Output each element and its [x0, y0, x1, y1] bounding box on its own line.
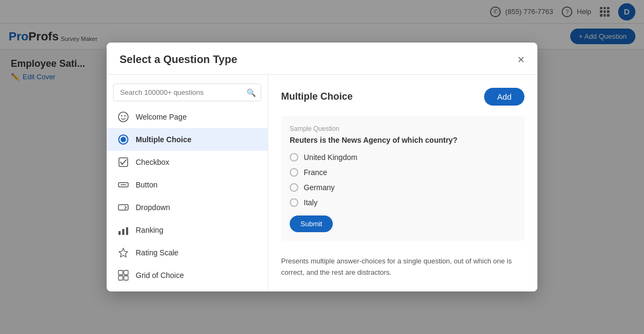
welcome-icon: [117, 111, 129, 123]
svg-point-1: [121, 115, 122, 116]
svg-rect-14: [124, 270, 128, 275]
preview-description: Presents multiple answer-choices for a s…: [281, 256, 524, 279]
question-type-ranking[interactable]: Ranking: [107, 219, 268, 241]
sample-question-text: Reuters is the News Agency of which coun…: [290, 136, 516, 144]
answer-options: United Kingdom France Germany Italy: [290, 153, 516, 207]
dropdown-label: Dropdown: [136, 203, 170, 212]
modal-header: Select a Question Type ×: [107, 43, 537, 75]
radio-2: [290, 168, 298, 177]
grid-of-choice-label: Grid of Choice: [136, 271, 184, 280]
radio-1: [290, 153, 298, 162]
sample-submit-button[interactable]: Submit: [290, 215, 333, 232]
close-button[interactable]: ×: [517, 54, 524, 66]
checkbox-label: Checkbox: [136, 158, 169, 166]
grid-of-choice-icon: [117, 269, 129, 281]
option-1: United Kingdom: [290, 153, 516, 162]
option-4: Italy: [290, 198, 516, 207]
svg-marker-12: [119, 248, 128, 257]
button-label: Button: [136, 180, 157, 189]
search-icon: 🔍: [247, 88, 256, 97]
svg-rect-16: [124, 276, 128, 280]
option-4-label: Italy: [304, 198, 318, 207]
checkbox-icon: [117, 156, 129, 168]
search-box: 🔍: [113, 84, 261, 101]
multiple-choice-label: Multiple Choice: [136, 135, 191, 144]
svg-rect-15: [118, 276, 123, 280]
option-2-label: France: [304, 168, 327, 177]
welcome-label: Welcome Page: [136, 113, 187, 121]
question-type-modal: Select a Question Type × 🔍: [107, 43, 537, 291]
rating-scale-icon: [117, 247, 129, 259]
question-type-list: 🔍 Welcome Page: [107, 75, 268, 291]
modal-title: Select a Question Type: [120, 53, 237, 66]
modal-overlay: Select a Question Type × 🔍: [0, 0, 644, 334]
preview-title: Multiple Choice: [281, 91, 353, 102]
option-1-label: United Kingdom: [304, 153, 358, 162]
dropdown-icon: [117, 201, 129, 213]
sample-question-area: Sample Question Reuters is the News Agen…: [281, 116, 524, 241]
option-3: Germany: [290, 183, 516, 192]
search-input[interactable]: [113, 84, 261, 101]
question-type-dropdown[interactable]: Dropdown: [107, 196, 268, 219]
svg-rect-10: [122, 229, 124, 235]
modal-body: 🔍 Welcome Page: [107, 75, 537, 291]
sample-label: Sample Question: [290, 125, 516, 133]
question-type-checkbox[interactable]: Checkbox: [107, 151, 268, 173]
question-type-multiple-choice[interactable]: Multiple Choice: [107, 128, 268, 151]
svg-rect-11: [126, 227, 128, 235]
svg-rect-13: [118, 270, 123, 275]
button-icon: [117, 179, 129, 191]
ranking-icon: [117, 224, 129, 236]
option-3-label: Germany: [304, 183, 335, 192]
question-type-rating-scale[interactable]: Rating Scale: [107, 241, 268, 264]
radio-3: [290, 183, 298, 192]
svg-rect-8: [118, 205, 128, 210]
svg-point-4: [121, 137, 126, 142]
ranking-label: Ranking: [136, 226, 163, 234]
preview-panel: Multiple Choice Add Sample Question Reut…: [268, 75, 537, 291]
radio-4: [290, 198, 298, 207]
option-2: France: [290, 168, 516, 177]
svg-point-2: [124, 115, 125, 116]
question-type-button[interactable]: Button: [107, 173, 268, 196]
multiple-choice-icon: [117, 134, 129, 145]
rating-scale-label: Rating Scale: [136, 248, 178, 257]
preview-header: Multiple Choice Add: [281, 88, 524, 106]
svg-rect-9: [118, 231, 121, 235]
question-type-grid-of-choice[interactable]: Grid of Choice: [107, 264, 268, 287]
add-button[interactable]: Add: [484, 88, 524, 106]
svg-point-0: [118, 112, 128, 122]
question-type-welcome[interactable]: Welcome Page: [107, 106, 268, 128]
